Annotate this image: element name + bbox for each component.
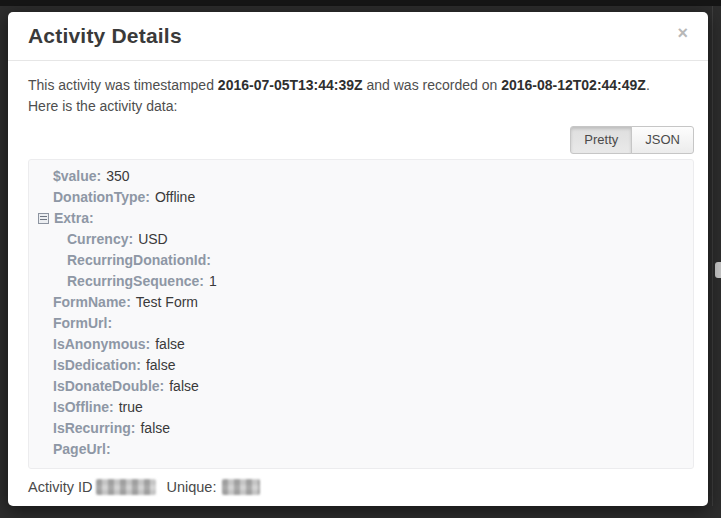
field-value: false	[155, 336, 185, 352]
activity-data-panel: $value:350DonationType:OfflineExtra:Curr…	[28, 159, 694, 469]
background-top-strip	[0, 0, 721, 6]
modal-body: This activity was timestamped 2016-07-05…	[8, 61, 708, 469]
activity-field-row: IsDonateDouble:false	[29, 376, 693, 397]
activity-field-row: FormUrl:	[29, 313, 693, 334]
field-key: RecurringDonationId:	[67, 252, 211, 268]
field-value: false	[140, 420, 170, 436]
field-key: $value:	[53, 168, 101, 184]
field-key: IsDedication:	[53, 357, 141, 373]
unique-label: Unique:	[166, 479, 216, 495]
modal-title: Activity Details	[28, 24, 182, 48]
field-key: IsDonateDouble:	[53, 378, 164, 394]
intro-part1: This activity was timestamped	[28, 77, 218, 93]
activity-id-label: Activity ID	[28, 479, 92, 495]
field-value: Test Form	[136, 294, 198, 310]
field-key: IsAnonymous:	[53, 336, 150, 352]
intro-part2: and was recorded on	[363, 77, 502, 93]
activity-field-row: FormName:Test Form	[29, 292, 693, 313]
activity-id-redacted-value	[96, 479, 156, 495]
background-page-edge	[712, 6, 713, 506]
field-value: false	[169, 378, 199, 394]
field-key: Currency:	[67, 231, 133, 247]
unique-redacted-value	[222, 479, 260, 495]
activity-field-row: IsRecurring:false	[29, 418, 693, 439]
field-key: PageUrl:	[53, 441, 111, 457]
activity-field-row: IsOffline:true	[29, 397, 693, 418]
collapse-icon[interactable]	[38, 213, 49, 224]
tab-pretty[interactable]: Pretty	[570, 126, 632, 154]
field-key: FormUrl:	[53, 315, 112, 331]
activity-field-row: IsDedication:false	[29, 355, 693, 376]
recorded-value: 2016-08-12T02:44:49Z	[501, 77, 646, 93]
activity-field-row: IsAnonymous:false	[29, 334, 693, 355]
tab-json[interactable]: JSON	[631, 126, 694, 154]
field-value: 1	[209, 273, 217, 289]
field-key: Extra:	[54, 210, 94, 226]
modal-header: Activity Details ×	[8, 12, 708, 61]
activity-details-modal: Activity Details × This activity was tim…	[8, 12, 708, 506]
background-page-notch	[715, 262, 721, 278]
field-value: true	[119, 399, 143, 415]
field-key: RecurringSequence:	[67, 273, 204, 289]
field-key: FormName:	[53, 294, 131, 310]
close-icon[interactable]: ×	[677, 24, 688, 42]
field-key: IsOffline:	[53, 399, 114, 415]
intro-line2: Here is the activity data:	[28, 98, 177, 114]
view-toggle-group: Pretty JSON	[28, 126, 694, 154]
activity-field-row: RecurringDonationId:	[29, 250, 693, 271]
activity-field-row: Currency:USD	[29, 229, 693, 250]
activity-field-row: RecurringSequence:1	[29, 271, 693, 292]
activity-field-row: $value:350	[29, 166, 693, 187]
field-key: DonationType:	[53, 189, 150, 205]
modal-footer: Activity ID Unique:	[8, 469, 708, 495]
field-value: false	[146, 357, 176, 373]
field-value: USD	[138, 231, 168, 247]
activity-field-row: Extra:	[29, 208, 693, 229]
activity-field-row: DonationType:Offline	[29, 187, 693, 208]
timestamp-value: 2016-07-05T13:44:39Z	[218, 77, 363, 93]
field-key: IsRecurring:	[53, 420, 135, 436]
activity-field-row: PageUrl:	[29, 439, 693, 460]
field-value: Offline	[155, 189, 195, 205]
field-value: 350	[106, 168, 129, 184]
intro-text: This activity was timestamped 2016-07-05…	[28, 75, 694, 117]
intro-part3: .	[646, 77, 650, 93]
